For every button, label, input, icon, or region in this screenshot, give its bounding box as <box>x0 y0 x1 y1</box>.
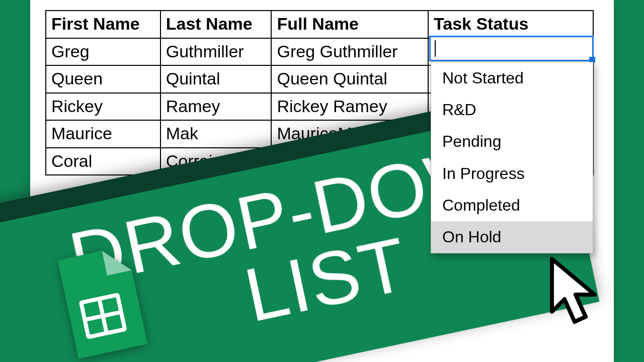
cell-first-name[interactable]: Maurice <box>46 120 160 148</box>
dropdown-option[interactable]: On Hold <box>431 221 593 253</box>
dropdown-option[interactable]: Not Started <box>431 62 593 94</box>
cell-full-name[interactable]: Rickey Ramey <box>271 93 428 121</box>
active-cell[interactable] <box>429 36 594 61</box>
cell-first-name[interactable]: Rickey <box>46 93 160 121</box>
dropdown-option[interactable]: In Progress <box>431 158 593 190</box>
mouse-cursor-icon <box>549 256 605 332</box>
dropdown-option[interactable]: R&D <box>431 94 593 126</box>
cell-last-name[interactable]: Quintal <box>160 65 272 93</box>
col-full-name[interactable]: Full Name <box>271 11 428 38</box>
cell-full-name[interactable]: Greg Guthmiller <box>271 38 428 66</box>
cell-last-name[interactable]: Mak <box>160 120 272 148</box>
cell-last-name[interactable]: Guthmiller <box>160 38 272 66</box>
col-task-status[interactable]: Task Status <box>428 11 593 38</box>
table-header-row: First Name Last Name Full Name Task Stat… <box>46 11 593 38</box>
cell-last-name[interactable]: Ramey <box>160 93 272 121</box>
text-caret-icon <box>435 40 436 57</box>
task-status-dropdown[interactable]: Not Started R&D Pending In Progress Comp… <box>431 62 593 253</box>
cell-full-name[interactable]: Queen Quintal <box>271 65 428 93</box>
dropdown-option[interactable]: Pending <box>431 126 593 157</box>
cell-first-name[interactable]: Greg <box>46 38 160 66</box>
col-first-name[interactable]: First Name <box>46 11 160 38</box>
stage: First Name Last Name Full Name Task Stat… <box>0 0 644 362</box>
dropdown-option[interactable]: Completed <box>431 190 593 221</box>
cell-first-name[interactable]: Coral <box>46 148 160 175</box>
cell-first-name[interactable]: Queen <box>46 65 160 93</box>
col-last-name[interactable]: Last Name <box>160 11 272 38</box>
